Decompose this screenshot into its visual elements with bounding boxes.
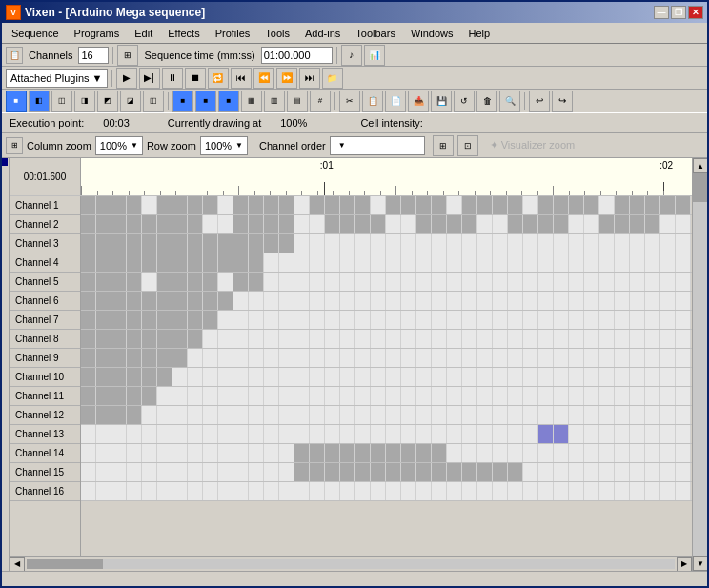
grid-cell[interactable] bbox=[523, 273, 538, 291]
grid-row-14[interactable] bbox=[81, 444, 692, 463]
grid-cell[interactable] bbox=[294, 463, 310, 481]
grid-cell[interactable] bbox=[615, 368, 630, 386]
grid-cell[interactable] bbox=[508, 349, 523, 367]
grid-cell[interactable] bbox=[416, 349, 432, 367]
grid-cell[interactable] bbox=[325, 215, 340, 233]
grid-cell[interactable] bbox=[477, 311, 493, 329]
grid-cell[interactable] bbox=[508, 215, 523, 233]
grid-cell[interactable] bbox=[233, 387, 249, 405]
grid-cell[interactable] bbox=[96, 349, 111, 367]
tool-undo2[interactable]: ↺ bbox=[454, 91, 475, 112]
grid-cell[interactable] bbox=[203, 406, 218, 424]
grid-cell[interactable] bbox=[447, 387, 462, 405]
grid-cell[interactable] bbox=[371, 387, 386, 405]
grid-cell[interactable] bbox=[432, 387, 447, 405]
grid-cell[interactable] bbox=[340, 444, 355, 462]
grid-cell[interactable] bbox=[249, 444, 264, 462]
grid-cell[interactable] bbox=[538, 311, 554, 329]
grid-cell[interactable] bbox=[188, 330, 203, 348]
prev-button[interactable]: ⏮ bbox=[231, 68, 252, 89]
grid-cell[interactable] bbox=[599, 406, 615, 424]
grid-cell[interactable] bbox=[81, 444, 96, 462]
grid-cell[interactable] bbox=[111, 215, 127, 233]
grid-cell[interactable] bbox=[111, 463, 127, 481]
grid-cell[interactable] bbox=[325, 330, 340, 348]
grid-cell[interactable] bbox=[630, 330, 645, 348]
grid-cell[interactable] bbox=[279, 292, 294, 310]
zoom-icon-btn[interactable]: ⊞ bbox=[433, 135, 454, 156]
grid-cell[interactable] bbox=[493, 368, 508, 386]
tb-extra1[interactable]: 📁 bbox=[322, 68, 343, 89]
grid-cell[interactable] bbox=[310, 368, 325, 386]
grid-cell[interactable] bbox=[218, 406, 233, 424]
grid-cell[interactable] bbox=[477, 463, 493, 481]
grid-cell[interactable] bbox=[142, 253, 157, 272]
grid-cell[interactable] bbox=[310, 406, 325, 424]
grid-cell[interactable] bbox=[538, 253, 554, 272]
scroll-down-button[interactable]: ▼ bbox=[693, 556, 707, 571]
grid-cell[interactable] bbox=[660, 425, 676, 443]
grid-cell[interactable] bbox=[188, 253, 203, 272]
scroll-up-button[interactable]: ▲ bbox=[693, 158, 707, 173]
grid-cell[interactable] bbox=[142, 482, 157, 500]
grid-cell[interactable] bbox=[310, 273, 325, 291]
grid-cell[interactable] bbox=[432, 444, 447, 462]
grid-cell[interactable] bbox=[249, 292, 264, 310]
grid-cell[interactable] bbox=[508, 292, 523, 310]
grid-cell[interactable] bbox=[142, 311, 157, 329]
channels-count[interactable] bbox=[78, 47, 109, 64]
grid-cell[interactable] bbox=[538, 196, 554, 214]
next2-button[interactable]: ⏭ bbox=[299, 68, 320, 89]
grid-cell[interactable] bbox=[569, 482, 584, 500]
grid-cell[interactable] bbox=[96, 482, 111, 500]
grid-cell[interactable] bbox=[127, 387, 142, 405]
grid-cell[interactable] bbox=[355, 253, 371, 272]
grid-cell[interactable] bbox=[233, 444, 249, 462]
grid-cell[interactable] bbox=[203, 273, 218, 291]
grid-cell[interactable] bbox=[630, 215, 645, 233]
tool-3[interactable]: ◫ bbox=[51, 91, 72, 112]
grid-cell[interactable] bbox=[294, 311, 310, 329]
channel-order-dropdown[interactable]: ▼ bbox=[330, 136, 425, 155]
grid-cell[interactable] bbox=[218, 482, 233, 500]
grid-cell[interactable] bbox=[249, 482, 264, 500]
grid-cell[interactable] bbox=[218, 253, 233, 272]
grid-cell[interactable] bbox=[386, 349, 401, 367]
grid-cell[interactable] bbox=[477, 425, 493, 443]
grid-cell[interactable] bbox=[310, 215, 325, 233]
grid-cell[interactable] bbox=[294, 368, 310, 386]
grid-cell[interactable] bbox=[447, 444, 462, 462]
grid-cell[interactable] bbox=[645, 463, 660, 481]
grid-cell[interactable] bbox=[249, 425, 264, 443]
grid-cell[interactable] bbox=[477, 292, 493, 310]
grid-cell[interactable] bbox=[554, 215, 569, 233]
grid-cell[interactable] bbox=[371, 253, 386, 272]
pause-button[interactable]: ⏸ bbox=[162, 68, 183, 89]
grid-cell[interactable] bbox=[233, 215, 249, 233]
attached-plugins-dropdown[interactable]: Attached Plugins ▼ bbox=[6, 69, 108, 88]
tool-import[interactable]: 📥 bbox=[408, 91, 429, 112]
grid-cell[interactable] bbox=[615, 253, 630, 272]
grid-cell[interactable] bbox=[355, 463, 371, 481]
grid-row-15[interactable] bbox=[81, 463, 692, 482]
minimize-button[interactable]: — bbox=[654, 6, 669, 19]
grid-cell[interactable] bbox=[462, 311, 477, 329]
grid-cell[interactable] bbox=[538, 368, 554, 386]
grid-cell[interactable] bbox=[645, 387, 660, 405]
grid-cell[interactable] bbox=[523, 292, 538, 310]
grid-cell[interactable] bbox=[401, 425, 416, 443]
grid-cell[interactable] bbox=[599, 463, 615, 481]
grid-cell[interactable] bbox=[355, 215, 371, 233]
grid-cell[interactable] bbox=[584, 406, 599, 424]
grid-cell[interactable] bbox=[554, 349, 569, 367]
grid-cell[interactable] bbox=[355, 292, 371, 310]
grid-cell[interactable] bbox=[615, 463, 630, 481]
grid-cell[interactable] bbox=[172, 273, 188, 291]
grid-cell[interactable] bbox=[401, 196, 416, 214]
grid-cell[interactable] bbox=[386, 273, 401, 291]
grid-cell[interactable] bbox=[81, 406, 96, 424]
grid-cell[interactable] bbox=[188, 387, 203, 405]
grid-row-8[interactable] bbox=[81, 330, 692, 349]
grid-cell[interactable] bbox=[188, 311, 203, 329]
grid-cell[interactable] bbox=[218, 215, 233, 233]
